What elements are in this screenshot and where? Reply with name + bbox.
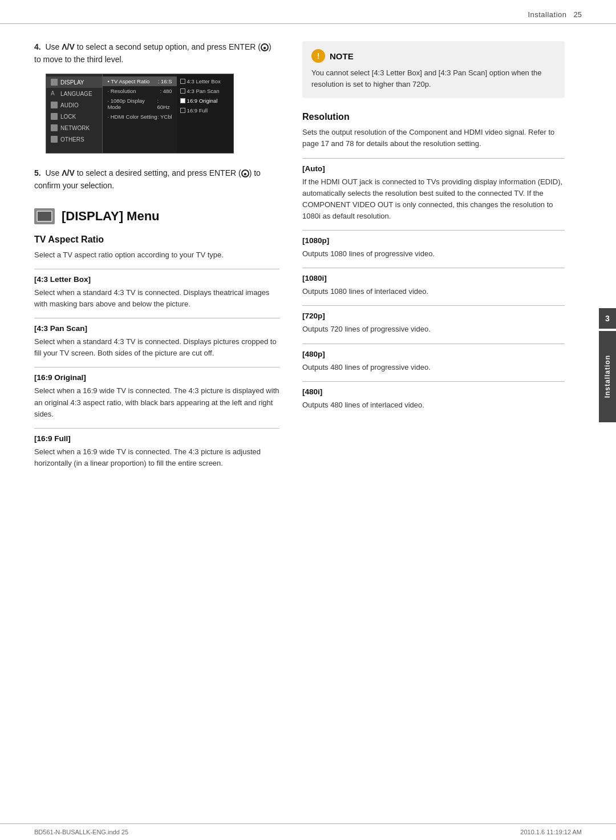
sub-169full-title: [16:9 Full] bbox=[34, 434, 279, 443]
sub-43panscan-title: [4:3 Pan Scan] bbox=[34, 324, 279, 333]
sub-480i-desc: Outputs 480 lines of interlaced video. bbox=[302, 399, 565, 411]
sub-480p-title: [480p] bbox=[302, 350, 565, 358]
sub-43panscan-desc: Select when a standard 4:3 TV is connect… bbox=[34, 336, 279, 359]
others-icon bbox=[51, 136, 58, 143]
tv-aspect-ratio-heading: TV Aspect Ratio bbox=[34, 235, 279, 245]
menu-item-display: DISPLAY bbox=[46, 76, 102, 88]
step-5-text: 5. Use Λ/V to select a desired setting, … bbox=[34, 167, 279, 192]
main-content: 4. Use Λ/V to select a second setup opti… bbox=[0, 24, 616, 494]
lock-icon bbox=[51, 113, 58, 120]
sub-43letterbox: [4:3 Letter Box] Select when a standard … bbox=[34, 269, 279, 310]
sub-480p-desc: Outputs 480 lines of progressive video. bbox=[302, 362, 565, 373]
menu-right-panel: 4:3 Letter Box 4:3 Pan Scan 16:9 Origina… bbox=[177, 74, 233, 153]
display-menu-header: [DISPLAY] Menu bbox=[34, 208, 279, 224]
note-icon: ! bbox=[311, 49, 325, 63]
menu-left-panel: DISPLAY A LANGUAGE AUDIO LOCK bbox=[46, 74, 103, 153]
sub-480i: [480i] Outputs 480 lines of interlaced v… bbox=[302, 381, 565, 411]
menu-row-tv-aspect: • TV Aspect Ratio : 16:S bbox=[103, 76, 176, 86]
left-column: 4. Use Λ/V to select a second setup opti… bbox=[34, 41, 279, 477]
menu-item-network: NETWORK bbox=[46, 122, 102, 134]
sub-480i-title: [480i] bbox=[302, 387, 565, 396]
step-4-block: 4. Use Λ/V to select a second setup opti… bbox=[34, 41, 279, 154]
page-header: Installation 25 bbox=[0, 0, 616, 24]
checkbox-43letterbox bbox=[180, 79, 185, 84]
sub-43panscan: [4:3 Pan Scan] Select when a standard 4:… bbox=[34, 318, 279, 359]
audio-icon bbox=[51, 102, 58, 108]
side-tab: Installation bbox=[599, 331, 616, 422]
page-container: Installation 25 3 Installation 4. Use Λ/… bbox=[0, 0, 616, 840]
menu-item-audio: AUDIO bbox=[46, 99, 102, 111]
sub-1080p-title: [1080p] bbox=[302, 236, 565, 245]
sub-169original-desc: Select when a 16:9 wide TV is connected.… bbox=[34, 385, 279, 419]
checkbox-169original bbox=[180, 98, 185, 103]
resolution-section: Resolution Sets the output resolution of… bbox=[302, 112, 565, 411]
display-icon-inner bbox=[37, 211, 52, 222]
sub-auto: [Auto] If the HDMI OUT jack is connected… bbox=[302, 158, 565, 223]
menu-item-language: A LANGUAGE bbox=[46, 88, 102, 99]
sub-43letterbox-desc: Select when a standard 4:3 TV is connect… bbox=[34, 287, 279, 310]
footer-date: 2010.1.6 11:19:12 AM bbox=[520, 829, 582, 835]
tv-aspect-ratio-section: TV Aspect Ratio Select a TV aspect ratio… bbox=[34, 235, 279, 469]
sub-1080i-title: [1080i] bbox=[302, 274, 565, 282]
menu-row-hdmi-color: · HDMI Color Setting : YCbl bbox=[103, 112, 176, 122]
sub-480p: [480p] Outputs 480 lines of progressive … bbox=[302, 344, 565, 373]
right-column: ! NOTE You cannot select [4:3 Letter Box… bbox=[302, 41, 582, 477]
sub-1080p-desc: Outputs 1080 lines of progressive video. bbox=[302, 248, 565, 260]
header-page-num: 25 bbox=[574, 10, 582, 19]
step-4-text: 4. Use Λ/V to select a second setup opti… bbox=[34, 41, 279, 66]
sub-1080i-desc: Outputs 1080 lines of interlaced video. bbox=[302, 286, 565, 297]
tv-aspect-ratio-desc: Select a TV aspect ratio option accordin… bbox=[34, 249, 279, 261]
language-icon: A bbox=[51, 90, 58, 97]
menu-middle-panel: • TV Aspect Ratio : 16:S · Resolution : … bbox=[103, 74, 176, 153]
sub-1080p: [1080p] Outputs 1080 lines of progressiv… bbox=[302, 230, 565, 260]
sub-auto-desc: If the HDMI OUT jack is connected to TVs… bbox=[302, 176, 565, 223]
note-text: You cannot select [4:3 Letter Box] and [… bbox=[311, 67, 556, 90]
sub-169full-desc: Select when a 16:9 wide TV is connected.… bbox=[34, 446, 279, 469]
menu-sub-43letterbox: 4:3 Letter Box bbox=[177, 76, 233, 86]
menu-screenshot: DISPLAY A LANGUAGE AUDIO LOCK bbox=[46, 74, 234, 154]
side-tab-number: 3 bbox=[599, 308, 616, 329]
menu-row-resolution: · Resolution : 480 bbox=[103, 86, 176, 96]
sub-auto-title: [Auto] bbox=[302, 164, 565, 173]
page-footer: BD561-N-BUSALLK-ENG.indd 25 2010.1.6 11:… bbox=[0, 823, 616, 840]
step-5-block: 5. Use Λ/V to select a desired setting, … bbox=[34, 167, 279, 192]
display-menu-icon bbox=[34, 208, 55, 224]
menu-sub-169full: 16:9 Full bbox=[177, 106, 233, 115]
side-tab-label: Installation bbox=[603, 355, 611, 398]
sub-1080i: [1080i] Outputs 1080 lines of interlaced… bbox=[302, 268, 565, 297]
display-icon-small bbox=[51, 79, 58, 86]
sub-43letterbox-title: [4:3 Letter Box] bbox=[34, 275, 279, 284]
checkbox-43panscan bbox=[180, 88, 185, 94]
sub-720p-desc: Outputs 720 lines of progressive video. bbox=[302, 324, 565, 335]
menu-row-1080p: · 1080p Display Mode : 60Hz bbox=[103, 96, 176, 112]
sub-720p-title: [720p] bbox=[302, 312, 565, 320]
network-icon bbox=[51, 124, 58, 131]
header-title: Installation bbox=[528, 10, 566, 19]
menu-item-lock: LOCK bbox=[46, 111, 102, 122]
sub-169full: [16:9 Full] Select when a 16:9 wide TV i… bbox=[34, 428, 279, 469]
sub-169original-title: [16:9 Original] bbox=[34, 373, 279, 382]
menu-sub-43panscan: 4:3 Pan Scan bbox=[177, 86, 233, 96]
menu-item-others: OTHERS bbox=[46, 134, 102, 145]
sub-720p: [720p] Outputs 720 lines of progressive … bbox=[302, 305, 565, 335]
note-box: ! NOTE You cannot select [4:3 Letter Box… bbox=[302, 41, 565, 98]
display-menu-title: [DISPLAY] Menu bbox=[62, 209, 160, 224]
resolution-desc: Sets the output resolution of the Compon… bbox=[302, 127, 565, 150]
menu-sub-169original: 16:9 Original bbox=[177, 96, 233, 106]
sub-169original: [16:9 Original] Select when a 16:9 wide … bbox=[34, 367, 279, 419]
footer-filename: BD561-N-BUSALLK-ENG.indd 25 bbox=[34, 829, 128, 835]
checkbox-169full bbox=[180, 108, 185, 113]
note-header: ! NOTE bbox=[311, 49, 556, 63]
note-title: NOTE bbox=[330, 51, 354, 61]
resolution-heading: Resolution bbox=[302, 112, 565, 122]
